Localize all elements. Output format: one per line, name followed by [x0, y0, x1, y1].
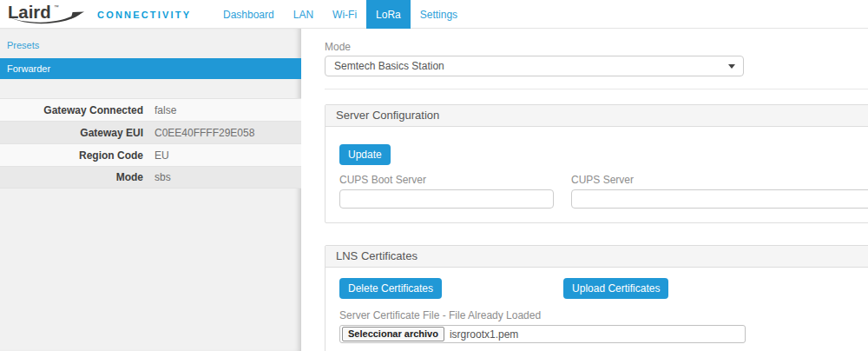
- cups-field: CUPS Server: [571, 174, 868, 209]
- choose-file-button[interactable]: Seleccionar archivo: [342, 327, 444, 341]
- mode-select-value: Semtech Basics Station: [334, 60, 444, 72]
- nav-tab-settings[interactable]: Settings: [411, 0, 467, 29]
- server-configuration-title: Server Configuration: [326, 105, 868, 127]
- main-content: Mode Semtech Basics Station Server Confi…: [301, 29, 868, 351]
- mode-select-label: Mode: [325, 41, 868, 53]
- svg-text:™: ™: [54, 4, 59, 10]
- cups-fields-row: CUPS Boot Server CUPS Server: [339, 174, 868, 209]
- laird-swoosh-icon: Laird ™: [7, 2, 87, 26]
- mode-row-value: sbs: [143, 171, 171, 183]
- selected-file-name: isrgrootx1.pem: [450, 328, 518, 341]
- gateway-connected-label: Gateway Connected: [0, 104, 143, 116]
- chevron-down-icon: [728, 64, 735, 69]
- sidebar-presets-link[interactable]: Presets: [0, 29, 301, 58]
- cups-server-label: CUPS Server: [571, 174, 868, 186]
- svg-text:Laird: Laird: [8, 3, 51, 22]
- nav-tab-lan[interactable]: LAN: [284, 0, 323, 29]
- gateway-connected-value: false: [143, 104, 176, 116]
- update-button[interactable]: Update: [339, 144, 391, 165]
- server-configuration-card: Server Configuration Update CUPS Boot Se…: [325, 104, 868, 223]
- lns-certificates-body: Delete Certificates Upload Certificates …: [326, 268, 868, 351]
- certificates-buttons-row: Delete Certificates Upload Certificates: [339, 278, 868, 299]
- app-window: Laird ™ CONNECTIVITY Dashboard LAN Wi-Fi…: [0, 0, 868, 351]
- delete-certificates-button[interactable]: Delete Certificates: [339, 278, 442, 299]
- main-nav: Dashboard LAN Wi-Fi LoRa Settings: [214, 0, 467, 29]
- table-row: Gateway Connected false: [0, 98, 301, 121]
- server-certificate-file-input[interactable]: Seleccionar archivo isrgrootx1.pem: [339, 325, 746, 343]
- nav-tab-dashboard[interactable]: Dashboard: [214, 0, 284, 29]
- cups-boot-field: CUPS Boot Server: [339, 174, 554, 209]
- sidebar: Presets Forwarder Gateway Connected fals…: [0, 29, 301, 351]
- sidebar-item-forwarder[interactable]: Forwarder: [0, 58, 301, 79]
- section-divider: [325, 89, 868, 89]
- cups-server-input[interactable]: [571, 189, 868, 209]
- gateway-eui-label: Gateway EUI: [0, 127, 143, 139]
- upload-certificates-button[interactable]: Upload Certificates: [563, 278, 668, 299]
- region-code-label: Region Code: [0, 149, 143, 162]
- gateway-info-table: Gateway Connected false Gateway EUI C0EE…: [0, 98, 301, 189]
- laird-logo: Laird ™ CONNECTIVITY: [7, 2, 191, 26]
- table-row: Region Code EU: [0, 143, 301, 166]
- cups-boot-server-input[interactable]: [339, 189, 554, 209]
- table-row: Gateway EUI C0EE40FFFF29E058: [0, 121, 301, 143]
- gateway-eui-value: C0EE40FFFF29E058: [143, 127, 254, 139]
- nav-tab-lora[interactable]: LoRa: [366, 0, 411, 29]
- brand-connectivity-label: CONNECTIVITY: [97, 10, 191, 20]
- server-configuration-body: Update CUPS Boot Server CUPS Server: [326, 127, 868, 222]
- lns-certificates-card: LNS Certificates Delete Certificates Upl…: [325, 245, 868, 351]
- cups-boot-server-label: CUPS Boot Server: [339, 174, 554, 186]
- lns-certificates-title: LNS Certificates: [326, 246, 868, 268]
- server-certificate-file-label: Server Certificate File - File Already L…: [339, 309, 868, 321]
- table-row: Mode sbs: [0, 166, 301, 189]
- region-code-value: EU: [143, 149, 169, 162]
- mode-select[interactable]: Semtech Basics Station: [325, 56, 744, 76]
- top-navbar: Laird ™ CONNECTIVITY Dashboard LAN Wi-Fi…: [0, 0, 868, 29]
- mode-row-label: Mode: [0, 171, 143, 183]
- nav-tab-wifi[interactable]: Wi-Fi: [323, 0, 366, 29]
